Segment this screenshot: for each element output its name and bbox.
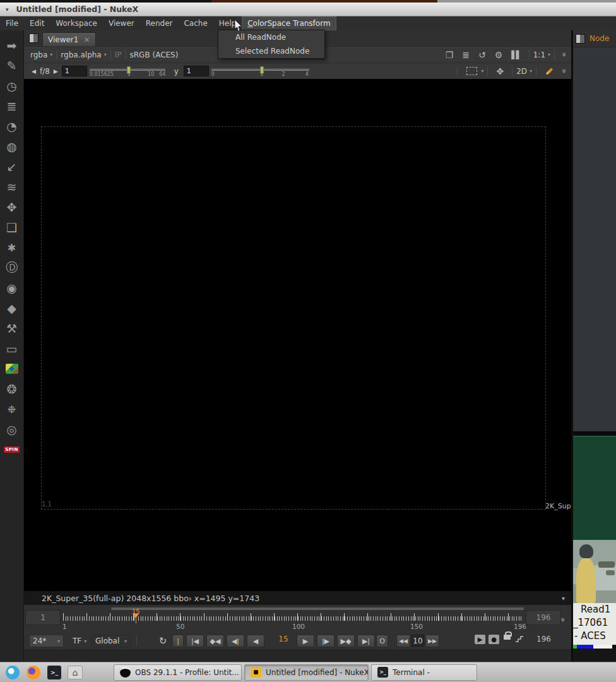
panel-menu-icon[interactable] [576, 34, 585, 44]
frame-increment-input[interactable]: 10 [412, 635, 424, 647]
menu-viewer[interactable]: Viewer [103, 17, 140, 30]
skip-forward-button[interactable]: ▶▶ [425, 635, 439, 647]
gain-input[interactable]: 1 [62, 66, 87, 76]
view-mode-select[interactable]: 2D [516, 67, 527, 76]
tab-close-icon[interactable]: × [83, 35, 90, 44]
roi-icon[interactable] [466, 67, 477, 75]
particles-icon[interactable]: ✱ [0, 237, 24, 258]
files-icon[interactable]: ⌂ [67, 664, 83, 681]
collapse-chevrons-icon[interactable]: » [559, 618, 569, 623]
transform-icon[interactable]: ✥ [0, 197, 24, 217]
menu-item-selected-readnode[interactable]: Selected ReadNode [218, 44, 324, 58]
app-menu-icon[interactable] [4, 664, 21, 681]
other-icon[interactable]: ▭ [0, 338, 24, 359]
go-to-end-button[interactable]: ▶| [357, 635, 375, 647]
previous-keyframe-button[interactable]: ◆◀ [206, 635, 224, 647]
channels-select[interactable]: rgba [30, 51, 47, 59]
collapse-chevrons-icon[interactable]: » [560, 52, 570, 57]
capture-icon[interactable]: ● [489, 635, 499, 644]
play-forward-button[interactable]: ▶ [297, 635, 314, 647]
eyedropper-icon[interactable] [546, 67, 554, 75]
menu-edit[interactable]: Edit [24, 17, 50, 30]
sparkles-icon[interactable]: ❉ [0, 399, 24, 419]
flipbook-icon[interactable]: ❖ [0, 359, 24, 379]
step-back-button[interactable]: ◀| [227, 635, 244, 647]
colorspace-select[interactable]: sRGB (ACES) [130, 51, 179, 59]
input-process-toggle[interactable]: IP [115, 51, 122, 59]
menu-render[interactable]: Render [140, 17, 179, 30]
taskbar-item-terminal[interactable]: >_ Terminal - [371, 664, 477, 681]
color-icon[interactable]: ◔ [0, 116, 24, 136]
read-node-thumbnail[interactable] [573, 540, 616, 603]
merge-icon[interactable]: ≋ [0, 177, 24, 197]
furnace-icon[interactable]: ❂ [0, 379, 24, 399]
pause-icon[interactable]: ▌▌ [511, 51, 520, 59]
frame-range-scope-select[interactable]: Global ▾ [92, 635, 131, 647]
collapse-chevrons-icon[interactable]: » [560, 69, 570, 74]
lock-range-icon[interactable] [504, 635, 511, 640]
image-icon[interactable]: ➡ [0, 35, 24, 56]
go-to-start-button[interactable]: |◀ [186, 635, 204, 647]
chevron-down-icon[interactable]: ▾ [481, 68, 483, 74]
zoom-level-select[interactable]: 1:1 [533, 51, 545, 59]
menu-workspace[interactable]: Workspace [50, 17, 103, 30]
timeline-scrollbar[interactable] [111, 607, 524, 610]
metadata-icon[interactable]: ◆ [0, 298, 24, 318]
chevron-down-icon[interactable]: ▾ [104, 52, 107, 57]
chevron-down-icon[interactable]: ▾ [50, 52, 52, 57]
3d-icon[interactable]: ❑ [0, 217, 24, 237]
toolsets-icon[interactable]: ⚒ [0, 318, 24, 338]
keyer-icon[interactable]: ↙ [0, 157, 24, 177]
taskbar-item-obs[interactable]: OBS 29.1.1 - Profile: Untit... [114, 664, 242, 681]
window-shade-icon[interactable]: ▾ [6, 6, 9, 13]
read-node-body[interactable] [573, 436, 616, 540]
refresh-icon[interactable]: ↺ [478, 50, 486, 60]
range-lock-button[interactable]: | [172, 635, 184, 647]
menu-file[interactable]: File [0, 17, 24, 30]
exposure-prev-icon[interactable]: ◀ [32, 68, 36, 75]
ofx-icon[interactable]: ◎ [0, 419, 24, 440]
channel-icon[interactable]: ≣ [0, 96, 24, 116]
next-keyframe-button[interactable]: ▶◆ [337, 635, 355, 647]
play-backward-button[interactable]: ◀ [247, 635, 264, 647]
filter-icon[interactable]: ◍ [0, 136, 24, 157]
settings-gear-icon[interactable]: ⚙ [495, 50, 503, 60]
spin-logo-icon[interactable]: SPIN [0, 440, 24, 460]
range-end-box[interactable]: 196 [526, 610, 561, 625]
range-start-box[interactable]: 1 [25, 610, 61, 625]
timeline-range-select[interactable]: TF ▾ [69, 635, 90, 647]
skip-back-button[interactable]: ◀◀ [396, 635, 410, 647]
window-titlebar[interactable]: ▾ Untitled [modified] - NukeX [0, 3, 616, 16]
tab-node-graph[interactable]: Node [589, 34, 609, 43]
firefox-icon[interactable] [25, 664, 42, 681]
draw-icon[interactable]: ✎ [0, 56, 24, 76]
step-forward-button[interactable]: |▶ [317, 635, 335, 647]
loop-mode-button[interactable]: ↻ [154, 635, 172, 647]
gamma-slider[interactable]: 0 1 2 4 [211, 66, 309, 77]
current-frame-field[interactable]: 15 [269, 635, 298, 643]
status-chevron-icon[interactable]: ▾ [562, 595, 565, 602]
frame-range-o-button[interactable]: O [376, 635, 388, 647]
chevron-down-icon[interactable]: ▾ [548, 52, 550, 57]
panel-menu-icon[interactable] [29, 33, 38, 43]
timeline-profile-icon[interactable] [515, 635, 524, 644]
chevron-down-icon[interactable]: ▾ [530, 68, 532, 74]
terminal-launcher-icon[interactable]: >_ [46, 664, 62, 681]
viewer-canvas[interactable]: 1,1 2K_Sup [24, 79, 571, 591]
read-node-label[interactable]: Read1 _17061 - ACES [573, 603, 616, 645]
views-icon[interactable]: ◉ [0, 278, 24, 298]
fps-select[interactable]: 24* ▾ [29, 635, 64, 647]
flipbook-render-icon[interactable]: ▶ [475, 635, 485, 644]
taskbar-item-nukex[interactable]: Untitled [modified] - NukeX [244, 664, 369, 681]
menu-colorspace-transform[interactable]: ColorSpace Transform [242, 16, 336, 30]
exposure-next-icon[interactable]: ▶ [54, 68, 58, 75]
end-frame-field[interactable]: 196 [536, 635, 551, 643]
float-window-icon[interactable]: ❐ [446, 50, 454, 60]
tracker-overlay-icon[interactable]: ✥ [496, 66, 504, 76]
tab-viewer1[interactable]: Viewer1 × [42, 32, 96, 46]
layout-rows-icon[interactable]: ≣ [462, 50, 470, 60]
deep-icon[interactable]: Ⓓ [0, 258, 24, 278]
gain-slider[interactable]: 0.015625 1 10 64 [90, 66, 165, 77]
timeline-ruler[interactable]: 1 50 100 150 196 15 [62, 607, 524, 633]
menu-cache[interactable]: Cache [178, 17, 213, 30]
